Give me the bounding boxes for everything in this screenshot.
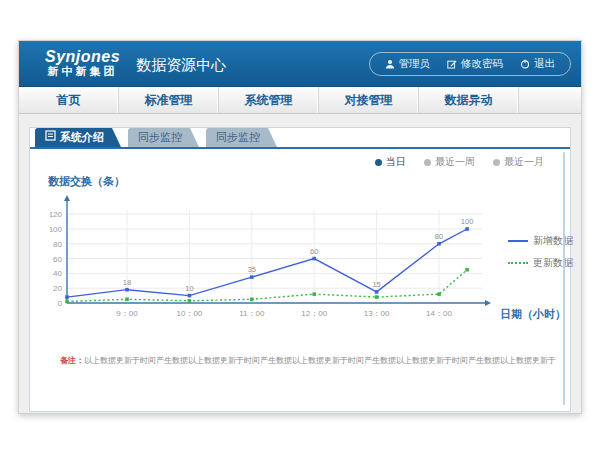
time-range-filter: 当日最近一周最近一月 — [375, 155, 544, 169]
app-window: Synjones 新中新集团 数据资源中心 管理员修改密码退出 首页标准管理系统… — [18, 40, 582, 414]
footnote-text: 以上数据更新于时间产生数据以上数据更新于时间产生数据以上数据更新于时间产生数据以… — [84, 356, 556, 365]
user-menu: 管理员修改密码退出 — [369, 52, 572, 76]
svg-text:60: 60 — [53, 255, 62, 264]
svg-text:120: 120 — [50, 210, 63, 219]
legend-line-sample — [508, 240, 528, 242]
svg-text:15: 15 — [372, 280, 380, 289]
svg-text:11：00: 11：00 — [239, 309, 265, 318]
nav-item-标准管理[interactable]: 标准管理 — [119, 87, 219, 113]
svg-text:14：00: 14：00 — [426, 309, 452, 318]
user-menu-管理员[interactable]: 管理员 — [385, 57, 431, 71]
svg-text:12：00: 12：00 — [301, 309, 327, 318]
form-icon — [45, 128, 56, 147]
company-logo: Synjones 新中新集团 — [45, 49, 120, 77]
header-bar: Synjones 新中新集团 数据资源中心 管理员修改密码退出 — [19, 41, 581, 87]
page-title: 数据资源中心 — [136, 56, 226, 75]
svg-text:10：00: 10：00 — [177, 309, 203, 318]
radio-最近一月[interactable]: 最近一月 — [493, 155, 544, 169]
svg-text:0: 0 — [58, 299, 63, 308]
tab-bar: 系统介绍同步监控同步监控 — [35, 128, 284, 147]
radio-dot — [375, 159, 382, 166]
svg-text:35: 35 — [248, 265, 256, 274]
y-axis-title: 数据交换（条） — [48, 174, 125, 189]
svg-text:100: 100 — [461, 217, 474, 226]
power-icon — [520, 59, 530, 69]
svg-text:100: 100 — [50, 225, 63, 234]
nav-item-数据异动[interactable]: 数据异动 — [419, 87, 519, 113]
svg-text:60: 60 — [310, 247, 318, 256]
radio-dot — [424, 159, 431, 166]
footnote-prefix: 备注： — [60, 356, 84, 365]
svg-text:40: 40 — [53, 269, 62, 278]
logo-text-cn: 新中新集团 — [45, 66, 120, 78]
legend-line-sample — [508, 262, 528, 264]
svg-text:10: 10 — [185, 284, 193, 293]
scrollbar-thumb[interactable] — [563, 152, 565, 405]
edit-icon — [447, 59, 457, 69]
nav-item-系统管理[interactable]: 系统管理 — [219, 87, 319, 113]
tab-同步监控-1[interactable]: 同步监控 — [128, 128, 190, 147]
main-nav: 首页标准管理系统管理对接管理数据异动 — [19, 87, 581, 114]
x-axis-title: 日期（小时） — [500, 307, 566, 322]
content-card: 系统介绍同步监控同步监控 当日最近一周最近一月 数据交换（条） 02040608… — [29, 127, 571, 412]
user-icon — [385, 59, 395, 69]
radio-dot — [493, 159, 500, 166]
radio-当日[interactable]: 当日 — [375, 155, 406, 169]
nav-item-对接管理[interactable]: 对接管理 — [319, 87, 419, 113]
svg-text:80: 80 — [435, 232, 443, 241]
footnote: 备注：以上数据更新于时间产生数据以上数据更新于时间产生数据以上数据更新于时间产生… — [60, 355, 560, 366]
svg-text:13：00: 13：00 — [364, 309, 390, 318]
nav-item-首页[interactable]: 首页 — [19, 87, 119, 113]
logo-text-en: Synjones — [45, 49, 120, 66]
svg-text:18: 18 — [123, 278, 131, 287]
svg-text:20: 20 — [53, 284, 62, 293]
tab-同步监控-2[interactable]: 同步监控 — [206, 128, 268, 147]
tab-系统介绍-0[interactable]: 系统介绍 — [35, 128, 112, 147]
tab-underline — [30, 147, 570, 149]
user-menu-退出[interactable]: 退出 — [520, 57, 555, 71]
svg-text:9：00: 9：00 — [116, 309, 138, 318]
radio-最近一周[interactable]: 最近一周 — [424, 155, 475, 169]
svg-text:80: 80 — [53, 240, 62, 249]
user-menu-修改密码[interactable]: 修改密码 — [447, 57, 503, 71]
line-chart: 0204060801001209：0010：0011：0012：0013：001… — [50, 188, 570, 328]
